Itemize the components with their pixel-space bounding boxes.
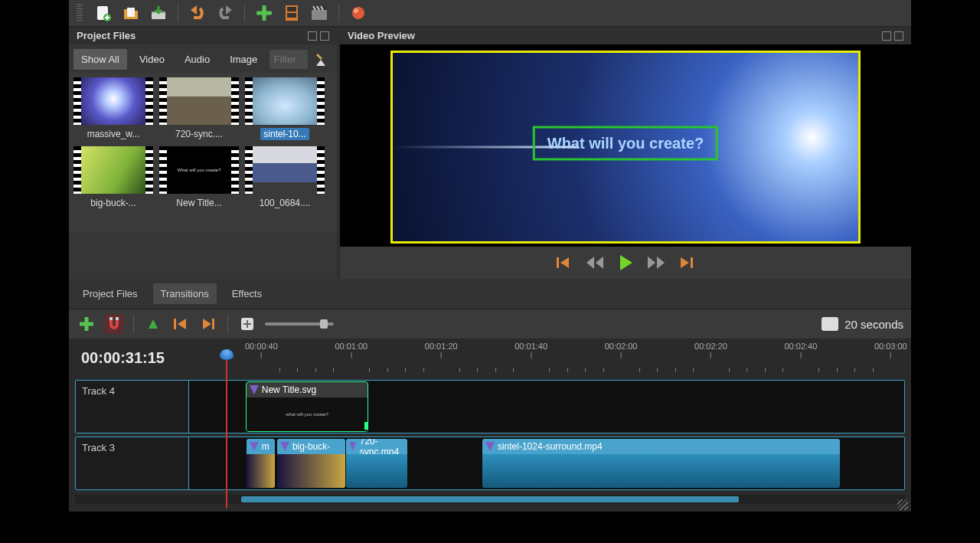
track-body[interactable]: mbig-buck-720-sync.mp4sintel-1024-surrou…: [189, 437, 904, 489]
current-time: 00:00:31:15: [75, 342, 190, 367]
add-track-icon[interactable]: [77, 314, 96, 334]
timeline-track: Track 3mbig-buck-720-sync.mp4sintel-1024…: [75, 437, 905, 490]
svg-rect-12: [557, 257, 559, 268]
rewind-icon[interactable]: [586, 254, 604, 271]
fast-forward-icon[interactable]: [647, 254, 665, 271]
ruler-tick: 00:02:20: [694, 342, 727, 358]
timeline-clip[interactable]: big-buck-: [277, 439, 345, 488]
svg-rect-13: [691, 257, 693, 268]
filter-video[interactable]: Video: [132, 49, 172, 70]
center-playhead-icon[interactable]: [237, 314, 257, 334]
main-toolbar: [69, 0, 911, 27]
filter-show-all[interactable]: Show All: [74, 49, 127, 70]
transport-controls: [340, 247, 911, 279]
panels-row: Project Files Show All Video Audio Image…: [69, 27, 911, 279]
svg-point-10: [352, 7, 364, 19]
file-thumb-label: New Title...: [173, 197, 224, 209]
record-icon[interactable]: [348, 3, 368, 23]
svg-rect-16: [174, 319, 176, 329]
film-icon[interactable]: [282, 3, 302, 23]
toolbar-grip[interactable]: [77, 4, 83, 22]
app-window: Project Files Show All Video Audio Image…: [69, 0, 911, 512]
save-file-icon[interactable]: [149, 3, 168, 23]
clear-filter-icon[interactable]: [312, 51, 331, 69]
filter-image[interactable]: Image: [222, 49, 265, 70]
filter-audio[interactable]: Audio: [177, 49, 217, 70]
svg-rect-7: [287, 13, 296, 18]
ruler-tick: 00:02:00: [605, 342, 638, 358]
tab-transitions[interactable]: Transitions: [153, 283, 217, 304]
jump-end-icon[interactable]: [678, 254, 696, 271]
video-preview-title: Video Preview: [348, 30, 415, 41]
file-thumb[interactable]: 100_0684....: [245, 146, 325, 209]
new-file-icon[interactable]: [93, 3, 113, 23]
marker-icon[interactable]: [143, 314, 163, 334]
tab-project-files[interactable]: Project Files: [75, 283, 145, 304]
file-thumb[interactable]: 720-sync....: [159, 77, 239, 140]
play-icon[interactable]: [616, 254, 635, 271]
timeline-scrollbar[interactable]: [75, 495, 905, 504]
track-header[interactable]: Track 3: [76, 437, 189, 489]
file-thumb-label: 720-sync....: [172, 128, 226, 140]
playhead[interactable]: [226, 355, 227, 509]
svg-rect-15: [116, 317, 119, 320]
file-thumb[interactable]: sintel-10...: [245, 77, 325, 140]
panel-undock-icon[interactable]: [308, 31, 317, 41]
next-marker-icon[interactable]: [198, 314, 218, 334]
preview-title-overlay[interactable]: What will you create?: [533, 126, 718, 161]
timeline-toolbar: 20 seconds: [69, 309, 911, 339]
ruler-tick: 00:00:40: [245, 342, 278, 358]
preview-stage[interactable]: What will you create?: [390, 51, 861, 244]
ruler-tick: 00:03:00: [874, 342, 907, 358]
panel-close-icon[interactable]: [894, 31, 903, 41]
file-thumbnails: massive_w...720-sync....sintel-10...big-…: [69, 73, 337, 232]
timeline-clip[interactable]: 720-sync.mp4: [346, 439, 407, 488]
video-preview-panel: Video Preview What will you create?: [337, 27, 911, 279]
zoom-slider[interactable]: [265, 322, 334, 325]
add-icon[interactable]: [254, 3, 274, 23]
ruler-tick: 00:01:00: [335, 342, 368, 358]
project-tabs: Project Files Transitions Effects: [69, 279, 911, 309]
undo-icon[interactable]: [188, 3, 207, 23]
file-thumb[interactable]: big-buck-...: [74, 146, 153, 209]
file-filter-row: Show All Video Audio Image: [69, 44, 337, 73]
clapper-icon[interactable]: [309, 3, 329, 23]
timeline-clip[interactable]: m: [247, 439, 275, 488]
resize-grip-icon[interactable]: [897, 499, 908, 510]
timeline: 00:00:31:15 00:00:4000:01:0000:01:2000:0…: [69, 339, 911, 512]
project-files-title: Project Files: [77, 30, 136, 41]
snap-magnet-icon[interactable]: [104, 314, 124, 334]
filter-input[interactable]: [270, 50, 308, 69]
timeline-clip[interactable]: New Title.svgwhat will you create?: [247, 382, 368, 431]
jump-start-icon[interactable]: [555, 254, 573, 271]
file-thumb-label: massive_w...: [84, 128, 143, 140]
ruler-tick: 00:01:20: [425, 342, 458, 358]
svg-rect-8: [312, 10, 327, 20]
panel-close-icon[interactable]: [320, 31, 329, 41]
prev-marker-icon[interactable]: [171, 314, 191, 334]
track-header[interactable]: Track 4: [76, 381, 189, 433]
zoom-label: 20 seconds: [844, 318, 903, 331]
file-thumb-label: 100_0684....: [256, 197, 314, 209]
svg-rect-17: [212, 319, 214, 329]
tab-effects[interactable]: Effects: [224, 283, 270, 304]
file-thumb-label: big-buck-...: [87, 197, 139, 209]
file-thumb[interactable]: massive_w...: [74, 77, 153, 140]
ruler-tick: 00:02:40: [784, 342, 817, 358]
timeline-track: Track 4New Title.svgwhat will you create…: [75, 380, 905, 433]
track-body[interactable]: New Title.svgwhat will you create?: [189, 381, 904, 433]
project-files-panel: Project Files Show All Video Audio Image…: [69, 27, 337, 279]
timeline-ruler[interactable]: 00:00:31:15 00:00:4000:01:0000:01:2000:0…: [75, 342, 905, 377]
svg-rect-2: [127, 8, 135, 17]
video-preview-header: Video Preview: [340, 27, 911, 44]
preview-body: What will you create?: [340, 44, 911, 247]
open-file-icon[interactable]: [121, 3, 141, 23]
project-files-header: Project Files: [69, 27, 337, 44]
file-thumb-label: sintel-10...: [260, 128, 309, 140]
zoom-scale-icon[interactable]: [822, 317, 838, 331]
redo-icon[interactable]: [215, 3, 235, 23]
panel-undock-icon[interactable]: [882, 31, 891, 41]
file-thumb[interactable]: What will you create?New Title...: [159, 146, 239, 209]
timeline-clip[interactable]: sintel-1024-surround.mp4: [482, 439, 840, 488]
svg-rect-6: [287, 7, 296, 11]
